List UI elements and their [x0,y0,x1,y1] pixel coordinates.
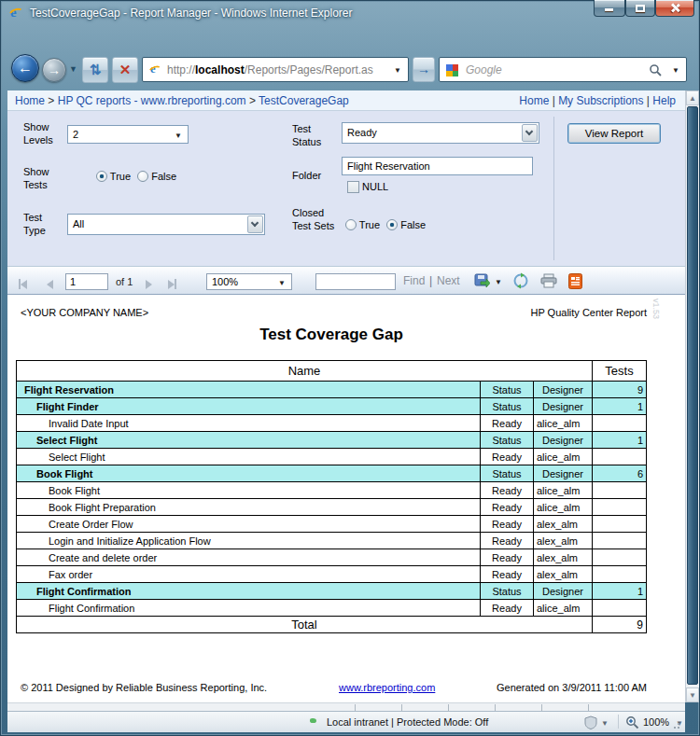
minimize-icon [605,8,613,11]
show-tests-false-radio[interactable] [137,171,148,182]
export-icon[interactable] [474,273,490,289]
total-label: Total [17,617,593,633]
page-number-input[interactable] [65,273,108,290]
browser-window: e TestCoverageGap - Report Manager - Win… [0,0,700,736]
scroll-up-icon[interactable]: ▲ [686,90,699,105]
test-row: Book Flight PreparationReadyalice_alm [17,499,647,516]
closed-test-sets-radio-group: True False [345,219,426,230]
ie-logo-icon: e [8,6,23,21]
show-levels-select[interactable]: 2 ▼ [67,125,189,144]
zoom-select[interactable]: 100% ▼ [206,273,292,290]
find-link[interactable]: Find [403,274,425,287]
closed-false-radio[interactable] [386,219,398,230]
navigation-bar: ← → ▼ ⇅ ✕ e http://localhost/Reports/Pag… [0,26,700,60]
home-link[interactable]: Home [519,94,549,107]
total-row: Total 9 [17,617,647,633]
breadcrumb-report-link[interactable]: TestCoverageGap [259,94,349,107]
print-icon[interactable] [540,273,557,288]
show-tests-radio-group: True False [96,171,176,182]
shield-icon[interactable] [584,715,597,729]
footer-copyright: © 2011 Designed by Reliable Business Rep… [21,682,267,693]
group-row: Flight FinderStatusDesigner1 [17,398,647,415]
breadcrumb: Home > HP QC reports - www.rbreporting.c… [15,94,349,107]
horizontal-scroll-strip [7,702,685,711]
group-row: Book FlightStatusDesigner6 [17,465,647,482]
report-header-right: HP Quality Center Report [530,307,647,318]
tests-column-header: Tests [593,361,647,382]
test-type-combo[interactable]: All [67,214,265,235]
filter-dropdown-icon[interactable]: ▼ [601,719,609,728]
find-input[interactable] [315,273,396,290]
test-row: Create Order FlowReadyalex_alm [17,516,647,533]
breadcrumb-bar: Home > HP QC reports - www.rbreporting.c… [7,90,685,111]
company-name: <YOUR COMPANY NAME> [21,307,148,318]
tab-bar: ★ e TestCoverageGap - Report Manager [0,60,700,90]
close-icon [670,2,680,12]
folder-label: Folder [292,169,321,182]
form-divider [553,117,554,260]
report-table-body: Flight ReservationStatusDesigner9Flight … [17,382,647,617]
status-bar: Local intranet | Protected Mode: Off ▼ 1… [7,711,685,732]
table-header-row: Name Tests [17,361,647,382]
closed-test-sets-label: Closed Test Sets [292,206,335,233]
breadcrumb-home-link[interactable]: Home [15,94,45,107]
test-status-label: Test Status [292,122,337,149]
footer-generated: Generated on 3/9/2011 11:00 AM [497,682,647,693]
scroll-down-icon[interactable]: ▼ [686,687,699,702]
test-status-combo[interactable]: Ready [342,122,539,144]
test-row: Login and Initialize Application FlowRea… [17,533,647,549]
window-title: TestCoverageGap - Report Manager - Windo… [30,7,353,20]
export-dropdown-icon[interactable]: ▼ [495,278,502,286]
test-row: Book FlightReadyalice_alm [17,482,647,499]
report-title: Test Coverage Gap [16,326,647,344]
chevron-down-icon[interactable] [247,215,263,233]
show-tests-true-radio[interactable] [96,171,107,182]
show-tests-label: Show Tests [23,165,64,192]
closed-true-radio[interactable] [345,219,357,230]
chevron-down-icon: ▼ [278,279,286,287]
last-page-button[interactable] [168,276,176,293]
maximize-button[interactable] [625,0,655,17]
folder-input[interactable]: Flight Reservation [342,157,533,175]
security-zone-text: Local intranet | Protected Mode: Off [327,716,488,728]
breadcrumb-folder-link[interactable]: HP QC reports - www.rbreporting.com [58,94,246,107]
next-link[interactable]: Next [437,274,460,287]
view-report-button[interactable]: View Report [567,123,661,144]
null-checkbox[interactable] [347,181,359,193]
close-button[interactable] [655,0,694,17]
my-subscriptions-link[interactable]: My Subscriptions [558,94,643,107]
report-version: v1.53 [651,299,661,319]
page-count-label: of 1 [116,276,133,287]
quick-links: Home | My Subscriptions | Help [519,94,676,107]
first-page-button[interactable] [19,276,27,293]
vertical-scrollbar[interactable]: ▲ ▼ [685,90,699,702]
group-row: Flight ConfirmationStatusDesigner1 [17,583,647,600]
report-parameters: Show Levels 2 ▼ Show Tests True False Te… [7,111,685,266]
browser-zoom-level: 100% [643,716,669,728]
minimize-button[interactable] [594,0,625,17]
chevron-down-icon[interactable] [522,124,538,142]
group-row: Flight ReservationStatusDesigner9 [17,382,647,398]
footer-link[interactable]: www.rbreporting.com [339,682,435,693]
test-row: Select FlightReadyalice_alm [17,449,647,465]
refresh-icon[interactable] [512,272,529,289]
show-levels-label: Show Levels [23,120,64,147]
help-link[interactable]: Help [652,94,676,107]
next-page-button[interactable] [146,276,152,293]
resize-grip[interactable] [673,720,682,729]
report-page: <YOUR COMPANY NAME> HP Quality Center Re… [7,295,685,702]
group-row: Select FlightStatusDesigner1 [17,432,647,449]
scrollbar-thumb[interactable] [687,106,698,685]
chevron-down-icon: ▼ [175,132,182,140]
maximize-icon [636,5,645,12]
title-bar: e TestCoverageGap - Report Manager - Win… [0,0,700,26]
test-row: Create and delete orderReadyalex_alm [17,549,647,566]
test-row: Flight ConfirmationReadyalice_alm [17,600,647,617]
zoom-icon[interactable] [625,715,639,729]
test-type-label: Test Type [23,211,64,238]
previous-page-button[interactable] [47,276,53,293]
coverage-table: Name Tests Flight ReservationStatusDesig… [16,360,647,633]
report-export-icon[interactable] [568,273,582,289]
name-column-header: Name [17,361,593,382]
total-value: 9 [593,617,647,633]
